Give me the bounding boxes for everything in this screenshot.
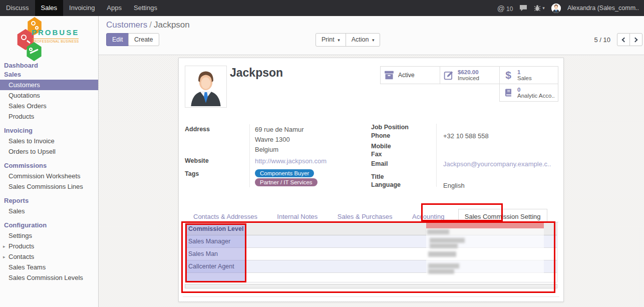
caret-down-icon: ▾ <box>542 6 545 11</box>
field-group-divider <box>436 124 437 187</box>
menu-apps[interactable]: Apps <box>101 0 128 16</box>
mention-counter[interactable]: @ 10 <box>497 4 513 13</box>
address-line1: 69 rue de Namur <box>255 126 304 133</box>
breadcrumb-customers-link[interactable]: Customers <box>106 20 147 30</box>
top-navbar: Discuss Sales Invoicing Apps Settings @ … <box>0 0 644 16</box>
sidebar-item-settings[interactable]: Settings <box>0 230 98 241</box>
edit-button[interactable]: Edit <box>106 33 129 46</box>
title-label: Title <box>371 173 384 180</box>
sidebar-section-commissions: Commissions Commission Worksheets Sales … <box>0 160 98 192</box>
sidebar-item-label: Products <box>9 242 34 250</box>
logo-title: PROBUSE <box>32 28 79 37</box>
redacted-value <box>430 243 458 248</box>
sidebar-item-commission-worksheets[interactable]: Commission Worksheets <box>0 171 98 181</box>
mention-count: 10 <box>506 6 513 13</box>
table-row-sales-manager[interactable]: Sales Manager <box>185 235 557 248</box>
record-pager: 5 / 10 <box>594 33 642 46</box>
sidebar-item-sales-commissions-lines[interactable]: Sales Commissions Lines <box>0 181 98 192</box>
stat-button-sales[interactable]: $ 1 Sales <box>499 66 558 84</box>
stat-label: Analytic Acco... <box>517 93 555 99</box>
edit-invoice-icon <box>443 70 454 80</box>
menu-settings[interactable]: Settings <box>128 0 163 16</box>
expand-arrow-icon: ▸ <box>3 244 9 249</box>
caret-down-icon: ▾ <box>372 38 375 43</box>
sidebar-header-reports[interactable]: Reports <box>0 195 98 206</box>
expand-arrow-icon: ▸ <box>3 254 9 259</box>
logo-subtitle: PROFESSIONAL BUSINESS <box>32 39 79 43</box>
fax-label: Fax <box>371 151 382 158</box>
sidebar-item-reports-sales[interactable]: Sales <box>0 206 98 216</box>
sidebar-item-quotations[interactable]: Quotations <box>0 90 98 101</box>
address-label: Address <box>185 126 210 133</box>
stat-button-invoiced[interactable]: $620.00 Invoiced <box>440 66 500 84</box>
customer-form-sheet: Jackpson Active $620.00 Invoiced $ 1 Sal… <box>178 58 564 302</box>
stat-value: 0 <box>517 87 555 93</box>
sidebar-header-configuration[interactable]: Configuration <box>0 220 98 230</box>
sidebar-item-products[interactable]: Products <box>0 111 98 122</box>
sidebar-item-sales-teams[interactable]: Sales Teams <box>0 262 98 272</box>
customer-name: Jackpson <box>230 66 283 80</box>
create-button[interactable]: Create <box>128 33 159 46</box>
tag-components-buyer: Components Buyer <box>255 169 314 177</box>
caret-down-icon: ▾ <box>338 38 340 43</box>
table-header-commission-level: Commission Level <box>185 222 557 235</box>
stat-label: Active <box>398 72 415 78</box>
job-position-label: Job Position <box>371 124 409 131</box>
menu-sales[interactable]: Sales <box>35 0 64 16</box>
sidebar: PROBUSE PROFESSIONAL BUSINESS Dashboard … <box>0 16 99 307</box>
dollar-icon: $ <box>503 69 514 81</box>
address-line3: Belgium <box>255 146 278 153</box>
pager-previous-button[interactable] <box>617 33 630 46</box>
messages-icon[interactable] <box>519 5 527 12</box>
horizontal-scrollbar[interactable] <box>185 284 557 288</box>
sidebar-item-config-contacts[interactable]: ▸Contacts <box>0 251 98 262</box>
sidebar-item-config-products[interactable]: ▸Products <box>0 241 98 251</box>
commission-level-table: Commission Level Sales Manager Sales Man… <box>185 222 557 282</box>
pager-next-button[interactable] <box>629 33 642 46</box>
sidebar-item-orders-to-upsell[interactable]: Orders to Upsell <box>0 146 98 157</box>
redacted-value <box>428 263 459 268</box>
user-menu[interactable]: Alexandra (Sales_comm.. <box>567 5 639 12</box>
sidebar-item-sales[interactable]: Sales <box>0 71 98 80</box>
notebook-tabs: Contacts & Addresses Internal Notes Sale… <box>185 208 558 222</box>
sidebar-section-configuration: Configuration Settings ▸Products ▸Contac… <box>0 220 98 283</box>
stat-button-analytic-accounts[interactable]: 0 Analytic Acco... <box>499 84 558 102</box>
print-button[interactable]: Print ▾ <box>315 33 346 47</box>
email-label: Email <box>371 160 388 167</box>
sidebar-item-sales-orders[interactable]: Sales Orders <box>0 101 98 111</box>
redacted-value <box>427 229 449 234</box>
sidebar-section-invoicing: Invoicing Sales to Invoice Orders to Ups… <box>0 125 98 157</box>
user-avatar[interactable] <box>551 4 561 13</box>
tags-label: Tags <box>185 170 199 177</box>
action-button[interactable]: Action ▾ <box>346 33 381 47</box>
table-row-sales-man[interactable]: Sales Man <box>185 248 557 260</box>
sidebar-item-customers[interactable]: Customers <box>0 80 98 90</box>
menu-invoicing[interactable]: Invoicing <box>63 0 101 16</box>
stat-value: $620.00 <box>458 69 479 75</box>
control-panel: Customers/Jackpson Edit Create Print ▾ A… <box>99 16 644 55</box>
action-button-group: Print ▾ Action ▾ <box>315 33 380 47</box>
redacted-value <box>428 269 454 274</box>
breadcrumb-separator: / <box>147 20 154 30</box>
menu-discuss[interactable]: Discuss <box>0 0 35 16</box>
sidebar-header-invoicing[interactable]: Invoicing <box>0 125 98 136</box>
stat-value: 1 <box>517 69 532 75</box>
redacted-value <box>430 238 465 243</box>
field-group-divider <box>249 124 250 187</box>
table-row-callcenter-agent[interactable]: Callcenter Agent <box>185 260 557 273</box>
email-link[interactable]: Jackpson@yourcompany.example.c.. <box>443 160 551 168</box>
sidebar-item-sales-to-invoice[interactable]: Sales to Invoice <box>0 136 98 146</box>
debug-bug-icon[interactable]: ▾ <box>534 5 545 12</box>
sidebar-item-label: Contacts <box>9 253 34 260</box>
website-label: Website <box>185 157 209 164</box>
sidebar-item-sales-commission-levels[interactable]: Sales Commission Levels <box>0 272 98 283</box>
sidebar-header-commissions[interactable]: Commissions <box>0 160 98 171</box>
main-menu: Discuss Sales Invoicing Apps Settings <box>0 0 163 16</box>
at-icon: @ <box>497 4 505 13</box>
chevron-left-icon <box>622 37 627 42</box>
sidebar-item-dashboard[interactable]: Dashboard <box>0 60 98 71</box>
archive-icon <box>384 70 395 80</box>
mobile-label: Mobile <box>371 143 391 150</box>
stat-button-active[interactable]: Active <box>380 66 440 84</box>
website-link[interactable]: http://www.jackpson.com <box>255 157 327 165</box>
